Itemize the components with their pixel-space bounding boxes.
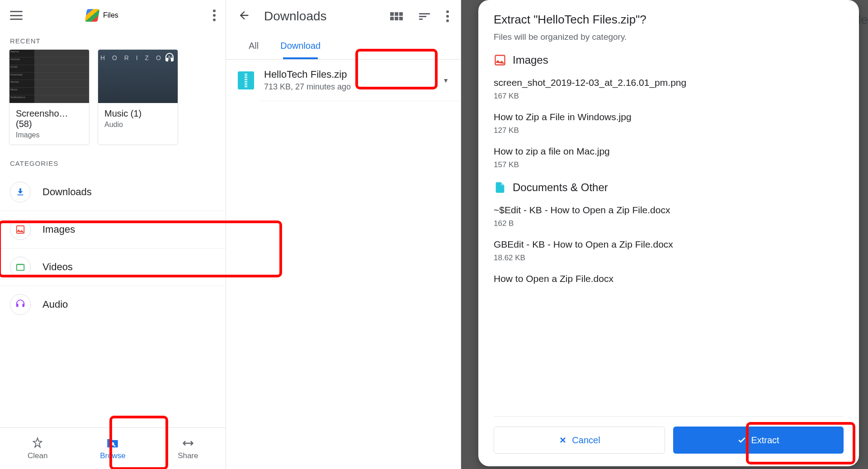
list-item[interactable]: GBEdit - KB - How to Open a Zip File.doc… <box>494 239 844 263</box>
file-size: 167 KB <box>494 92 844 101</box>
browse-screen: Files RECENT AlarmsAndroidDCIMDownloadMo… <box>0 0 226 469</box>
sort-icon[interactable] <box>419 13 430 20</box>
app-title: Files <box>86 9 118 22</box>
categories-label: CATEGORIES <box>0 153 226 172</box>
nav-label: Share <box>178 451 198 460</box>
nav-label: Browse <box>100 451 126 460</box>
svg-rect-1 <box>17 265 24 271</box>
file-meta: 713 KB, 27 minutes ago <box>264 82 433 92</box>
tabs: All Download <box>226 33 461 60</box>
extract-label: Extract <box>751 435 779 446</box>
file-name: ~$Edit - KB - How to Open a Zip File.doc… <box>494 205 844 216</box>
group-title: Images <box>513 54 548 66</box>
more-icon[interactable] <box>213 9 216 21</box>
file-name: GBEdit - KB - How to Open a Zip File.doc… <box>494 239 844 250</box>
nav-clean[interactable]: Clean <box>0 428 75 469</box>
category-images[interactable]: Images <box>0 211 226 249</box>
downloads-screen: Downloads All Download HelloTech Files.z… <box>226 0 461 469</box>
nav-label: Clean <box>28 451 47 460</box>
dialog-actions: Cancel Extract <box>494 416 844 454</box>
file-name: How to Zip a File in Windows.jpg <box>494 112 844 122</box>
file-size: 18.62 KB <box>494 253 844 263</box>
image-icon <box>494 54 506 66</box>
category-audio[interactable]: Audio <box>0 286 226 323</box>
header: Files <box>0 0 226 31</box>
file-size: 162 B <box>494 219 844 228</box>
file-name: How to zip a file on Mac.jpg <box>494 146 844 157</box>
card-title: Screensho… (58) <box>16 108 83 129</box>
app-title-text: Files <box>103 11 118 19</box>
files-logo-icon <box>85 9 100 22</box>
file-name: How to Open a Zip File.docx <box>494 273 844 284</box>
file-name: HelloTech Files.zip <box>264 69 433 80</box>
grid-view-icon[interactable] <box>390 12 403 20</box>
chevron-down-icon[interactable]: ▼ <box>443 77 449 84</box>
file-size: 127 KB <box>494 126 844 135</box>
zip-file-icon <box>238 71 254 89</box>
nav-share[interactable]: Share <box>151 428 226 469</box>
group-documents: Documents & Other <box>494 181 844 194</box>
card-sub: Audio <box>104 121 171 129</box>
check-icon <box>737 436 746 445</box>
nav-browse[interactable]: Browse <box>75 428 150 469</box>
dialog-subtitle: Files will be organized by category. <box>494 32 844 42</box>
bottom-nav: Clean Browse Share <box>0 427 226 469</box>
card-sub: Images <box>16 131 83 139</box>
list-item[interactable]: How to zip a file on Mac.jpg 157 KB <box>494 146 844 169</box>
category-downloads[interactable]: Downloads <box>0 174 226 211</box>
dialog-title: Extract "HelloTech Files.zip"? <box>494 13 844 27</box>
extract-dialog-screen: ile Extract "HelloTech Files.zip"? Files… <box>461 0 868 469</box>
cancel-button[interactable]: Cancel <box>494 427 665 454</box>
tab-all[interactable]: All <box>238 33 269 59</box>
list-item[interactable]: ~$Edit - KB - How to Open a Zip File.doc… <box>494 205 844 228</box>
document-icon <box>494 181 506 194</box>
file-name: screen_shot_2019-12-03_at_2.16.01_pm.png <box>494 77 844 88</box>
header: Downloads <box>226 0 461 33</box>
category-label: Downloads <box>42 186 92 198</box>
card-title: Music (1) <box>104 108 171 119</box>
screen-title: Downloads <box>264 9 327 23</box>
close-icon <box>558 436 567 445</box>
categories-list: Downloads Images Videos Audio <box>0 172 226 323</box>
list-item[interactable]: How to Zip a File in Windows.jpg 127 KB <box>494 112 844 135</box>
back-icon[interactable] <box>238 9 250 23</box>
group-title: Documents & Other <box>513 181 608 194</box>
tab-download[interactable]: Download <box>269 33 331 59</box>
more-icon[interactable] <box>446 10 449 22</box>
file-size: 157 KB <box>494 160 844 169</box>
cancel-label: Cancel <box>572 435 600 446</box>
menu-icon[interactable] <box>10 11 23 20</box>
file-row[interactable]: HelloTech Files.zip 713 KB, 27 minutes a… <box>260 60 461 101</box>
recent-card-screenshots[interactable]: AlarmsAndroidDCIMDownloadMoviesMusicNoti… <box>9 49 90 145</box>
list-item[interactable]: screen_shot_2019-12-03_at_2.16.01_pm.png… <box>494 77 844 101</box>
audio-icon <box>10 294 31 315</box>
video-icon <box>10 257 31 277</box>
category-label: Images <box>42 224 75 235</box>
headphones-icon <box>164 52 175 63</box>
list-item[interactable]: How to Open a Zip File.docx <box>494 273 844 284</box>
recent-card-music[interactable]: H O R I Z O N Music (1) Audio <box>98 49 178 145</box>
thumbnail: H O R I Z O N <box>98 50 178 103</box>
category-label: Videos <box>42 261 73 273</box>
extract-button[interactable]: Extract <box>673 427 844 454</box>
image-icon <box>10 219 31 240</box>
extract-dialog: Extract "HelloTech Files.zip"? Files wil… <box>478 0 859 466</box>
recent-label: RECENT <box>0 31 226 49</box>
thumbnail: AlarmsAndroidDCIMDownloadMoviesMusicNoti… <box>9 50 89 103</box>
recent-row: AlarmsAndroidDCIMDownloadMoviesMusicNoti… <box>0 49 226 153</box>
category-label: Audio <box>42 299 68 310</box>
group-images: Images <box>494 54 844 66</box>
download-icon <box>10 182 31 202</box>
category-videos[interactable]: Videos <box>0 249 226 286</box>
